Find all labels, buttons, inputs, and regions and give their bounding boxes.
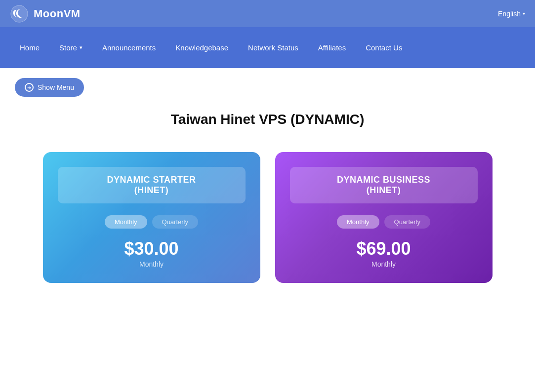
logo-text: MoonVM — [34, 7, 81, 20]
card-starter-title: DYNAMIC STARTER (HINET) — [68, 175, 236, 196]
nav-item-home[interactable]: Home — [10, 27, 49, 68]
starter-monthly-button[interactable]: Monthly — [105, 215, 147, 229]
main-navigation: Home Store ▾ Announcements Knowledgebase… — [0, 27, 535, 68]
starter-price-display: $30.00 Monthly — [58, 238, 246, 268]
card-business-title: DYNAMIC BUSINESS (HINET) — [300, 175, 468, 196]
business-price-period: Monthly — [290, 260, 478, 268]
card-starter-title-box: DYNAMIC STARTER (HINET) — [58, 167, 246, 203]
nav-item-announcements[interactable]: Announcements — [92, 27, 165, 68]
language-selector[interactable]: English — [498, 10, 525, 18]
logo-area: MoonVM — [10, 4, 81, 23]
store-dropdown-arrow: ▾ — [80, 44, 82, 51]
starter-price-period: Monthly — [58, 260, 246, 268]
content-area: ➜ Show Menu Taiwan Hinet VPS (DYNAMIC) D… — [0, 68, 535, 293]
starter-billing-toggle: Monthly Quarterly — [58, 215, 246, 229]
nav-item-affiliates[interactable]: Affiliates — [308, 27, 356, 68]
pricing-card-business: DYNAMIC BUSINESS (HINET) Monthly Quarter… — [275, 152, 493, 283]
top-bar: MoonVM English — [0, 0, 535, 27]
business-billing-toggle: Monthly Quarterly — [290, 215, 478, 229]
business-price-amount: $69.00 — [290, 238, 478, 259]
nav-item-knowledgebase[interactable]: Knowledgebase — [165, 27, 238, 68]
nav-item-store[interactable]: Store ▾ — [49, 27, 92, 68]
pricing-cards-container: DYNAMIC STARTER (HINET) Monthly Quarterl… — [15, 152, 520, 283]
arrow-circle-icon: ➜ — [25, 83, 34, 92]
starter-quarterly-button[interactable]: Quarterly — [152, 215, 198, 229]
business-monthly-button[interactable]: Monthly — [337, 215, 379, 229]
business-quarterly-button[interactable]: Quarterly — [384, 215, 430, 229]
nav-item-contact[interactable]: Contact Us — [356, 27, 412, 68]
show-menu-button[interactable]: ➜ Show Menu — [15, 78, 84, 97]
starter-price-amount: $30.00 — [58, 238, 246, 259]
nav-item-network-status[interactable]: Network Status — [238, 27, 308, 68]
logo-icon — [10, 4, 29, 23]
pricing-card-starter: DYNAMIC STARTER (HINET) Monthly Quarterl… — [43, 152, 260, 283]
business-price-display: $69.00 Monthly — [290, 238, 478, 268]
page-title: Taiwan Hinet VPS (DYNAMIC) — [15, 112, 520, 127]
card-business-title-box: DYNAMIC BUSINESS (HINET) — [290, 167, 478, 203]
